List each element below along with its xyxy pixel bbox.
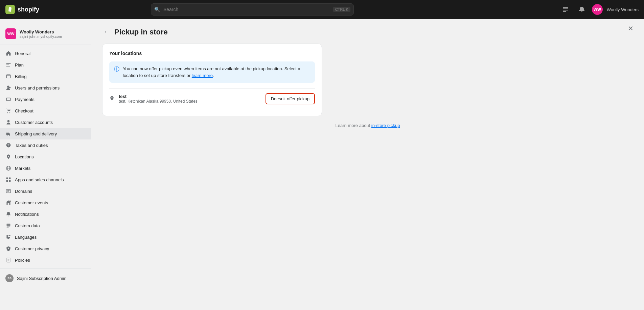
- location-name: test: [119, 94, 261, 99]
- sidebar-item-apps[interactable]: Apps and sales channels: [0, 174, 91, 185]
- sidebar-item-locations-label: Locations: [15, 154, 86, 159]
- store-name: Woolly Wonders: [20, 29, 86, 34]
- customer-events-icon: [5, 200, 12, 206]
- info-banner-text: You can now offer pickup even when items…: [123, 66, 310, 79]
- store-domain: sajini-john.myshopify.com: [20, 34, 86, 38]
- languages-icon: [5, 234, 12, 240]
- sidebar-item-billing-label: Billing: [15, 74, 86, 79]
- sidebar-item-subscription-admin[interactable]: SS Sajini Subscription Admin: [0, 272, 91, 285]
- doesnt-offer-pickup-button[interactable]: Doesn't offer pickup: [266, 93, 315, 104]
- sidebar-item-shipping-label: Shipping and delivery: [15, 131, 86, 136]
- sidebar-item-notifications-label: Notifications: [15, 212, 86, 217]
- plan-icon: [5, 62, 12, 68]
- main-container: WW Woolly Wonders sajini-john.myshopify.…: [0, 19, 644, 310]
- notification-icon: [5, 211, 12, 217]
- sidebar-item-general[interactable]: General: [0, 48, 91, 59]
- search-input[interactable]: [151, 3, 354, 16]
- svg-point-8: [9, 201, 11, 202]
- in-store-pickup-link[interactable]: in-store pickup: [371, 123, 400, 128]
- sidebar-item-shipping[interactable]: Shipping and delivery: [0, 128, 91, 139]
- sidebar-item-taxes-label: Taxes and duties: [15, 143, 86, 148]
- checkout-icon: [5, 108, 12, 114]
- payments-icon: [5, 96, 12, 102]
- svg-rect-11: [6, 227, 8, 228]
- sidebar-item-domains[interactable]: Domains: [0, 185, 91, 197]
- svg-rect-5: [6, 180, 8, 182]
- billing-icon: [5, 73, 12, 79]
- custom-data-icon: [5, 223, 12, 229]
- apps-icon: [5, 177, 12, 183]
- sidebar-item-languages[interactable]: Languages: [0, 231, 91, 243]
- sidebar-item-checkout-label: Checkout: [15, 108, 86, 113]
- markets-icon: [5, 165, 12, 171]
- locations-card: Your locations ⓘ You can now offer picku…: [102, 44, 322, 116]
- user-name[interactable]: Woolly Wonders: [607, 7, 639, 12]
- location-info: test test, Ketchikan Alaska 99950, Unite…: [119, 94, 261, 104]
- sidebar-item-markets[interactable]: Markets: [0, 162, 91, 174]
- nav-right: WW Woolly Wonders: [559, 3, 639, 16]
- sidebar-item-policies-label: Policies: [15, 258, 86, 263]
- sidebar-item-custom-data-label: Custom data: [15, 223, 86, 228]
- search-icon: 🔍: [154, 7, 160, 12]
- svg-rect-4: [9, 178, 11, 179]
- learn-more-text: Learn more about in-store pickup: [102, 123, 633, 128]
- sidebar-item-policies[interactable]: Policies: [0, 254, 91, 266]
- location-row: test test, Ketchikan Alaska 99950, Unite…: [109, 88, 315, 109]
- info-banner: ⓘ You can now offer pickup even when ite…: [109, 61, 315, 83]
- sidebar-item-markets-label: Markets: [15, 166, 86, 171]
- sidebar-item-custom-data[interactable]: Custom data: [0, 220, 91, 231]
- sidebar-item-locations[interactable]: Locations: [0, 151, 91, 162]
- domains-icon: [5, 188, 12, 194]
- sidebar-item-payments-label: Payments: [15, 97, 86, 102]
- sidebar-item-users-label: Users and permissions: [15, 85, 86, 91]
- home-icon: [5, 50, 12, 56]
- card-section-title: Your locations: [109, 51, 315, 56]
- search-bar[interactable]: 🔍 CTRL K: [151, 3, 354, 16]
- privacy-icon: [5, 246, 12, 252]
- sidebar-item-billing[interactable]: Billing: [0, 71, 91, 82]
- sidebar-item-languages-label: Languages: [15, 235, 86, 240]
- shopify-logo[interactable]: shopify: [5, 5, 46, 14]
- search-shortcut: CTRL K: [333, 7, 350, 12]
- sidebar-item-domains-label: Domains: [15, 189, 86, 194]
- subscription-admin-avatar: SS: [5, 274, 14, 282]
- sidebar-item-notifications[interactable]: Notifications: [0, 208, 91, 220]
- sidebar-item-checkout[interactable]: Checkout: [0, 105, 91, 117]
- location-pin-icon: [109, 96, 115, 102]
- sidebar-item-customer-accounts-label: Customer accounts: [15, 120, 86, 125]
- shopify-logo-text: shopify: [18, 6, 39, 13]
- sidebar-item-privacy-label: Customer privacy: [15, 246, 86, 251]
- sidebar-item-customer-events[interactable]: Customer events: [0, 197, 91, 208]
- sidebar: WW Woolly Wonders sajini-john.myshopify.…: [0, 19, 91, 310]
- sidebar-bottom: SS Sajini Subscription Admin: [0, 268, 91, 285]
- main-content: ✕ ← Pickup in store Your locations ⓘ You…: [91, 19, 644, 310]
- store-icon-button[interactable]: [559, 3, 572, 16]
- sidebar-item-taxes[interactable]: Taxes and duties: [0, 139, 91, 151]
- svg-rect-7: [6, 189, 11, 193]
- taxes-icon: [5, 142, 12, 148]
- sidebar-item-subscription-admin-label: Sajini Subscription Admin: [17, 276, 86, 281]
- top-navigation: shopify 🔍 CTRL K WW Woolly Wonders: [0, 0, 644, 19]
- close-button[interactable]: ✕: [625, 23, 636, 34]
- customer-accounts-icon: [5, 119, 12, 125]
- sidebar-item-customer-accounts[interactable]: Customer accounts: [0, 117, 91, 128]
- sidebar-item-payments[interactable]: Payments: [0, 94, 91, 105]
- policies-icon: [5, 257, 12, 263]
- shipping-icon: [5, 131, 12, 137]
- sidebar-item-privacy[interactable]: Customer privacy: [0, 243, 91, 254]
- sidebar-item-apps-label: Apps and sales channels: [15, 177, 86, 182]
- notification-bell-button[interactable]: [576, 3, 588, 16]
- svg-rect-9: [6, 224, 10, 225]
- sidebar-nav: General Plan Billing Users: [0, 48, 91, 266]
- page-title: Pickup in store: [114, 28, 168, 36]
- store-header: WW Woolly Wonders sajini-john.myshopify.…: [0, 26, 91, 45]
- locations-icon: [5, 154, 12, 160]
- learn-more-link-banner[interactable]: learn more: [192, 73, 213, 78]
- sidebar-item-plan-label: Plan: [15, 62, 86, 68]
- sidebar-item-customer-events-label: Customer events: [15, 200, 86, 205]
- shopify-logo-icon: [5, 5, 15, 14]
- user-avatar[interactable]: WW: [592, 4, 603, 15]
- sidebar-item-plan[interactable]: Plan: [0, 59, 91, 71]
- sidebar-item-users[interactable]: Users and permissions: [0, 82, 91, 94]
- back-button[interactable]: ←: [102, 27, 111, 37]
